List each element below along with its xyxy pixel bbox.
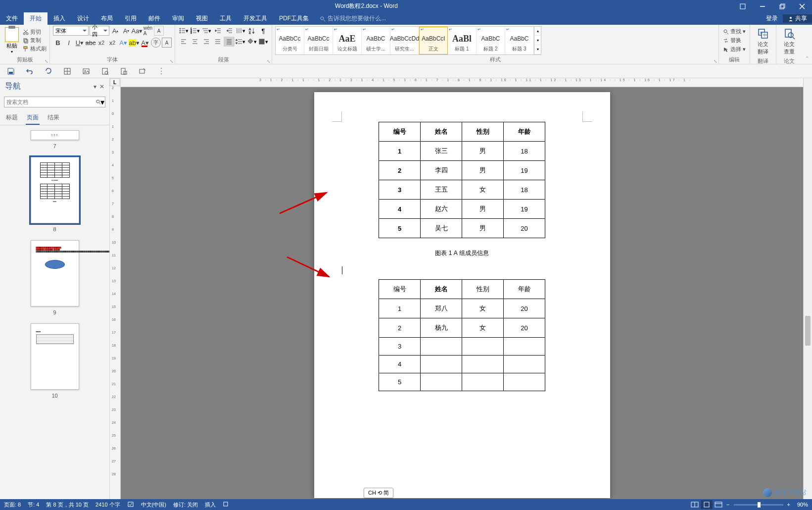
scrollbar-thumb[interactable] xyxy=(805,316,811,346)
borders-button[interactable]: ▾ xyxy=(258,37,269,47)
minimize-button[interactable] xyxy=(753,0,772,12)
align-justify-button[interactable] xyxy=(212,37,223,47)
undo-button[interactable] xyxy=(25,66,35,76)
status-macro-icon[interactable] xyxy=(223,501,229,508)
font-color-button[interactable]: A▾ xyxy=(140,38,150,48)
status-words[interactable]: 2410 个字 xyxy=(96,501,120,509)
shrink-font-button[interactable]: A▾ xyxy=(121,26,131,36)
view-read-mode-button[interactable] xyxy=(689,500,701,509)
bullets-button[interactable]: ▾ xyxy=(178,26,189,36)
zoom-in-button[interactable]: + xyxy=(785,502,792,508)
tell-me-box[interactable]: 告诉我您想要做什么... xyxy=(315,12,761,25)
align-right-button[interactable] xyxy=(201,37,212,47)
multilevel-list-button[interactable]: ▾ xyxy=(201,26,212,36)
tab-引用[interactable]: 引用 xyxy=(119,12,143,25)
styles-scroll-down[interactable]: ▾ xyxy=(534,36,541,45)
change-case-button[interactable]: Aa▾ xyxy=(132,26,142,36)
page-8[interactable]: 编号姓名性别年龄1张三男182李四男193王五女184赵六男195吴七男20 图… xyxy=(314,92,610,498)
login-button[interactable]: 登录 xyxy=(761,14,783,23)
tab-插入[interactable]: 插入 xyxy=(48,12,71,25)
italic-button[interactable]: I xyxy=(64,38,74,48)
qat-draw-table-button[interactable] xyxy=(138,66,147,76)
qat-customize-button[interactable]: ⋮ xyxy=(156,66,166,76)
line-spacing-button[interactable]: ▾ xyxy=(235,37,246,47)
style-分类号[interactable]: ↵AaBbCc分类号 xyxy=(276,27,304,54)
status-pages[interactable]: 第 8 页，共 10 页 xyxy=(46,501,89,509)
status-section[interactable]: 节: 4 xyxy=(28,501,39,509)
thumbnail-page-10[interactable]: ■■■■ 10 xyxy=(5,323,104,399)
restore-button[interactable] xyxy=(772,0,792,12)
nav-search-button[interactable]: ▾ xyxy=(96,98,104,106)
format-painter-button[interactable]: 格式刷 xyxy=(23,45,47,52)
increase-indent-button[interactable] xyxy=(224,26,235,36)
tab-开发工具[interactable]: 开发工具 xyxy=(238,12,273,25)
table-2[interactable]: 编号姓名性别年龄1郑八女202杨九女20345 xyxy=(379,279,545,391)
ribbon-options-icon[interactable] xyxy=(733,0,753,12)
bold-button[interactable]: B xyxy=(53,38,63,48)
tab-设计[interactable]: 设计 xyxy=(71,12,95,25)
nav-tab-标题[interactable]: 标题 xyxy=(5,111,19,125)
font-launcher[interactable]: ⤡ xyxy=(170,59,174,64)
highlight-button[interactable]: ab▾ xyxy=(129,38,139,48)
cut-button[interactable]: 剪切 xyxy=(23,28,47,36)
show-marks-button[interactable]: ¶ xyxy=(258,26,269,36)
tab-开始[interactable]: 开始 xyxy=(24,12,48,25)
style-标题 2[interactable]: ↵AaBbC标题 2 xyxy=(477,27,505,54)
nav-tab-页面[interactable]: 页面 xyxy=(26,111,40,125)
close-button[interactable] xyxy=(792,0,812,12)
align-center-button[interactable] xyxy=(190,37,200,47)
font-size-combo[interactable]: 小四 xyxy=(90,26,109,36)
save-button[interactable] xyxy=(6,66,16,76)
enclose-char-button[interactable]: 字 xyxy=(151,38,161,48)
numbering-button[interactable]: 123▾ xyxy=(190,26,200,36)
document-scroll[interactable]: 3 · 1 · 2 · 1 · 1 · · 1 · 2 · 1 · 3 · 1 … xyxy=(121,78,803,499)
sort-button[interactable]: AZ xyxy=(246,26,257,36)
superscript-button[interactable]: x2 xyxy=(107,38,117,48)
clear-formatting-button[interactable]: A xyxy=(154,26,164,36)
phonetic-guide-button[interactable]: wénA xyxy=(143,26,153,36)
font-name-combo[interactable]: 宋体 xyxy=(53,26,89,36)
qat-image-button[interactable] xyxy=(81,66,91,76)
underline-button[interactable]: U▾ xyxy=(75,38,85,48)
tab-file[interactable]: 文件 xyxy=(0,12,24,25)
horizontal-ruler[interactable]: 3 · 1 · 2 · 1 · 1 · · 1 · 2 · 1 · 3 · 1 … xyxy=(121,78,803,87)
paragraph-launcher[interactable]: ⤡ xyxy=(267,59,271,64)
nav-close-button[interactable]: ✕ xyxy=(99,83,104,90)
status-track-changes[interactable]: 修订: 关闭 xyxy=(173,501,198,509)
vertical-ruler[interactable]: 2101234567891011121314151617181920212223… xyxy=(110,78,121,499)
strikethrough-button[interactable]: abc xyxy=(86,38,96,48)
tab-工具[interactable]: 工具 xyxy=(214,12,238,25)
zoom-slider[interactable] xyxy=(734,504,783,506)
style-标题 1[interactable]: ↵AaBl标题 1 xyxy=(448,27,477,54)
vertical-scrollbar[interactable] xyxy=(803,78,812,499)
clipboard-launcher[interactable]: ⤡ xyxy=(45,59,48,64)
decrease-indent-button[interactable] xyxy=(212,26,223,36)
align-left-button[interactable] xyxy=(178,37,189,47)
status-page[interactable]: 页面: 8 xyxy=(4,501,21,509)
style-论文标题[interactable]: ↵AaE论文标题 xyxy=(333,27,362,54)
tab-审阅[interactable]: 审阅 xyxy=(166,12,190,25)
replace-button[interactable]: 替换 xyxy=(722,36,747,45)
style-硕士学...[interactable]: ↵AaBbC硕士学... xyxy=(362,27,390,54)
grow-font-button[interactable]: A▴ xyxy=(110,26,120,36)
plagiarism-check-button[interactable]: 论文 查重 xyxy=(779,26,799,56)
status-insert-mode[interactable]: 插入 xyxy=(205,501,216,509)
view-web-layout-button[interactable] xyxy=(713,500,724,509)
table-1[interactable]: 编号姓名性别年龄1张三男182李四男193王五女184赵六男195吴七男20 xyxy=(379,122,545,238)
translate-button[interactable]: a中 论文 翻译 xyxy=(753,26,773,56)
redo-button[interactable] xyxy=(44,66,53,76)
status-spellcheck-icon[interactable] xyxy=(127,501,134,509)
styles-launcher[interactable]: ⤡ xyxy=(714,59,717,64)
nav-dropdown-button[interactable]: ▾ xyxy=(94,83,96,90)
char-border-button[interactable]: A xyxy=(162,38,172,48)
copy-button[interactable]: 复制 xyxy=(23,37,47,44)
paste-button[interactable]: 粘贴 ▾ xyxy=(3,26,21,55)
asian-layout-button[interactable]: ▾ xyxy=(235,26,246,36)
qat-table-button[interactable] xyxy=(62,66,72,76)
qat-form-button[interactable] xyxy=(119,66,129,76)
nav-search-input[interactable] xyxy=(4,97,105,107)
nav-tab-结果[interactable]: 结果 xyxy=(47,111,60,125)
align-distributed-button[interactable] xyxy=(224,37,235,47)
nav-thumbnails[interactable]: ⠿⠿⠿ 7 ■ ■ ■■■■ ■■■■ 8 ██████████████████… xyxy=(0,125,109,499)
find-button[interactable]: 查找 ▾ xyxy=(722,27,747,36)
